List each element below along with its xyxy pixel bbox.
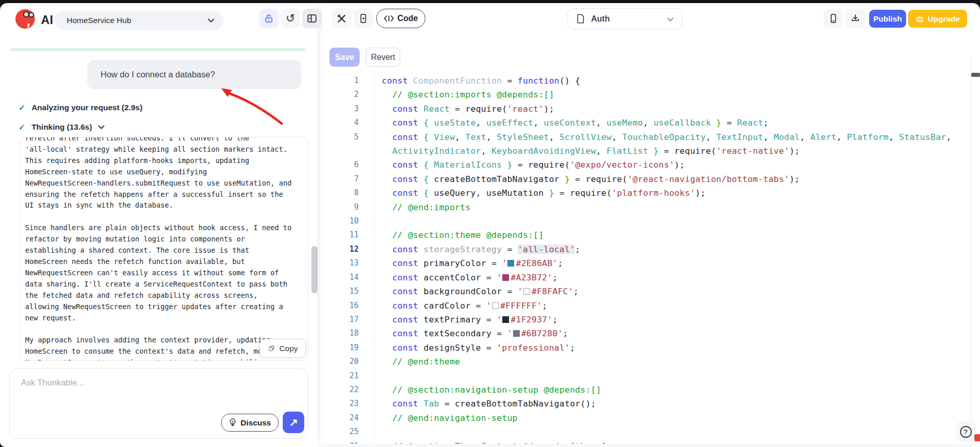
phone-play-icon [358,13,369,24]
line-number: 5 [319,130,375,158]
chat-scrollbar-thumb[interactable] [311,246,318,293]
code-line-content: const textSecondary = '#6B7280'; [375,327,568,340]
split-view-icon [306,13,318,24]
line-number: 10 [319,214,375,228]
code-line-17: 17 const textPrimary = '#1F2937'; [319,313,971,327]
code-tab-button[interactable]: Code [376,9,425,28]
copy-label: Copy [279,344,298,353]
discuss-button[interactable]: Discuss [221,414,279,432]
color-swatch [507,260,514,267]
code-line-20: 20 // @end:theme [319,355,971,369]
device-preview-button[interactable] [824,9,843,28]
code-brackets-icon [384,15,394,22]
code-line-content: const { MaterialIcons } = require('@expo… [375,158,685,172]
code-line-3: 3 const React = require('react'); [319,102,971,116]
download-icon [850,13,861,24]
line-number: 13 [319,256,375,270]
chevron-down-icon [208,18,214,23]
code-line-content: // @end:imports [375,200,471,214]
editor-scrollbar-track[interactable] [971,57,980,447]
code-line-6: 6 const { MaterialIcons } = require('@ex… [319,158,971,172]
code-line-content: const backgroundColor = '#F8FAFC'; [375,285,579,298]
phone-icon [828,13,839,24]
line-number: 11 [319,228,375,242]
upgrade-button[interactable]: Upgrade [908,10,967,28]
code-line-content: // @end:navigation-setup [375,411,518,425]
composer-input[interactable] [21,378,288,414]
line-number: 24 [319,411,375,425]
chat-composer: Discuss ↗ [9,368,308,439]
download-button[interactable] [846,9,865,28]
thinking-content-box[interactable]: refetch after insertion succeeds. I'll c… [19,137,308,361]
help-question-icon: ? [960,426,972,438]
step-thinking-label: Thinking (13.6s) [31,123,92,132]
code-line-content: const designStyle = 'professional'; [375,341,575,355]
color-swatch [523,288,530,295]
code-line-4: 4 const { useState, useEffect, useContex… [319,116,971,130]
history-button[interactable]: ↺ [281,9,300,28]
code-line-13: 13 const primaryColor = '#2E86AB'; [319,256,971,270]
line-number: 2 [319,88,375,101]
step-analyzing-label: Analyzing your request (2.9s) [31,103,142,112]
code-line-12: 12 const storageStrategy = 'all-local'; [319,242,971,256]
code-line-25: 25 [319,425,971,439]
screen-document-icon [576,13,585,24]
color-swatch [502,316,509,323]
code-line-23: 23 const Tab = createBottomTabNavigator(… [319,397,971,411]
line-number: 17 [319,313,375,327]
save-button[interactable]: Save [329,48,360,67]
lightbulb-icon [229,418,237,428]
line-number: 16 [319,299,375,313]
code-line-1: 1const ComponentFunction = function() { [319,74,971,88]
copy-button[interactable]: Copy [260,339,306,358]
code-line-content: // @end:theme [375,355,460,369]
check-icon: ✓ [18,123,25,132]
color-swatch [513,330,520,337]
code-line-content [375,369,387,383]
notification-badge [974,434,980,441]
discuss-label: Discuss [241,418,271,428]
editor-scrollbar-thumb[interactable] [971,73,980,77]
code-line-content: const textPrimary = '#1F2937'; [375,313,558,327]
step-analyzing: ✓ Analyzing your request (2.9s) [18,101,143,114]
code-line-14: 14 const accentColor = '#A23B72'; [319,271,971,285]
lock-button[interactable] [259,9,279,28]
upgrade-label: Upgrade [928,14,960,24]
publish-button[interactable]: Publish [869,10,906,28]
help-button[interactable]: ? [955,421,976,442]
code-line-16: 16 const cardColor = '#FFFFFF'; [319,299,971,313]
customize-tools-button[interactable] [332,9,351,28]
check-icon: ✓ [18,103,25,113]
code-line-18: 18 const textSecondary = '#6B7280'; [319,327,971,340]
split-view-button[interactable] [302,9,322,28]
screen-selector[interactable]: Auth [567,8,682,29]
code-line-9: 9 // @end:imports [319,200,971,214]
thinking-expand-chevron-icon[interactable] [98,125,105,130]
crossed-tools-icon [336,13,347,24]
code-line-content: const cardColor = '#FFFFFF'; [375,299,547,313]
app-logo-mascot [14,8,36,30]
project-selector[interactable]: HomeService Hub [54,11,224,30]
revert-button[interactable]: Revert [366,48,400,67]
code-line-22: 22 // @section:navigation-setup @depends… [319,383,971,397]
code-line-content: const storageStrategy = 'all-local'; [375,242,580,256]
editor-bottom-strip [319,444,971,447]
send-button[interactable]: ↗ [283,412,304,433]
send-arrow-icon: ↗ [289,416,298,429]
code-line-5: 5 const { View, Text, StyleSheet, Scroll… [319,130,971,158]
code-line-content: // @section:imports @depends:[] [375,88,554,101]
code-line-content [375,214,387,228]
line-number: 6 [319,158,375,172]
code-line-7: 7 const { createBottomTabNavigator } = r… [319,172,971,186]
code-editor[interactable]: 1const ComponentFunction = function() {2… [319,74,971,447]
line-number: 22 [319,383,375,397]
copy-icon [267,344,276,353]
code-tab-label: Code [398,14,418,23]
live-preview-button[interactable] [354,9,373,28]
code-line-content: const { useState, useEffect, useContext,… [375,116,769,130]
line-number: 23 [319,397,375,411]
code-line-2: 2 // @section:imports @depends:[] [319,88,971,101]
code-line-content: const React = require('react'); [375,102,554,116]
code-line-24: 24 // @end:navigation-setup [319,411,971,425]
step-thinking[interactable]: ✓ Thinking (13.6s) [18,121,105,133]
